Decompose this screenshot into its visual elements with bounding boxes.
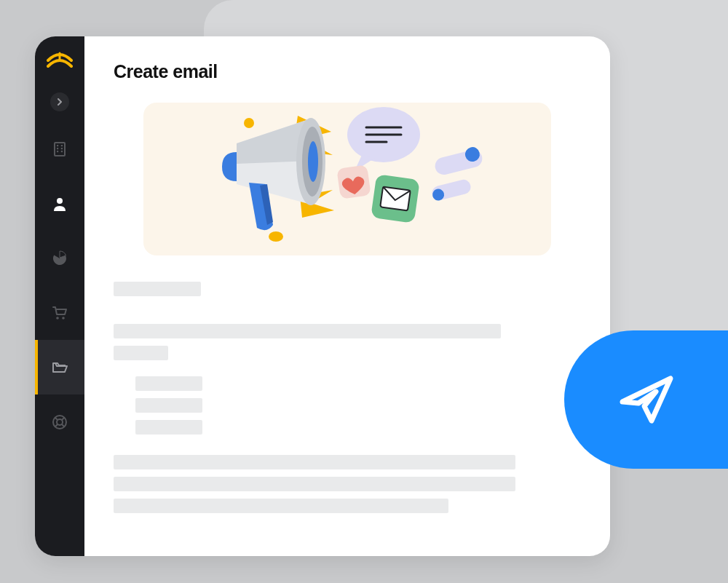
svg-rect-1 xyxy=(55,143,65,156)
placeholder-line xyxy=(114,477,515,491)
svg-rect-2 xyxy=(57,145,58,146)
building-icon xyxy=(51,140,68,158)
svg-rect-5 xyxy=(61,148,63,149)
placeholder-line xyxy=(114,455,515,469)
content-placeholders xyxy=(114,279,581,520)
hero-illustration xyxy=(143,103,551,255)
folder-open-icon xyxy=(51,359,68,376)
sidebar-item-contacts[interactable] xyxy=(35,176,84,231)
logo-icon xyxy=(47,52,73,71)
sidebar-item-commerce[interactable] xyxy=(35,285,84,340)
lifebuoy-icon xyxy=(52,414,68,430)
svg-rect-6 xyxy=(57,151,58,152)
cart-icon xyxy=(51,304,68,322)
svg-line-15 xyxy=(55,424,58,427)
svg-rect-28 xyxy=(380,186,411,210)
app-window: Create email xyxy=(35,36,610,556)
sidebar xyxy=(35,36,84,556)
heart-card-icon xyxy=(336,164,371,199)
paper-plane-icon xyxy=(614,367,679,432)
envelope-card-icon xyxy=(371,174,420,223)
svg-line-13 xyxy=(55,417,58,420)
sidebar-item-reports[interactable] xyxy=(35,231,84,285)
svg-point-8 xyxy=(57,198,63,204)
sidebar-item-files[interactable] xyxy=(35,340,84,394)
placeholder-line xyxy=(135,376,202,391)
app-logo[interactable] xyxy=(47,51,73,71)
svg-rect-4 xyxy=(57,148,58,149)
svg-line-16 xyxy=(62,424,65,427)
svg-rect-7 xyxy=(61,151,63,152)
pie-chart-icon xyxy=(52,250,68,266)
send-button[interactable] xyxy=(564,330,728,469)
speech-bubble-icon xyxy=(347,107,420,171)
person-icon xyxy=(52,196,68,212)
chevron-right-icon xyxy=(56,98,63,106)
svg-line-14 xyxy=(62,417,65,420)
placeholder-line xyxy=(114,346,168,360)
page-title: Create email xyxy=(114,61,581,82)
placeholder-line xyxy=(114,282,201,296)
svg-rect-3 xyxy=(61,145,63,146)
svg-point-17 xyxy=(244,118,254,128)
svg-point-10 xyxy=(62,317,65,320)
placeholder-line xyxy=(135,398,202,413)
sidebar-item-help[interactable] xyxy=(35,394,84,449)
svg-point-12 xyxy=(57,419,63,425)
svg-point-21 xyxy=(308,141,318,182)
svg-point-9 xyxy=(56,317,59,320)
placeholder-line xyxy=(114,499,448,513)
main-content: Create email xyxy=(84,36,610,556)
placeholder-line xyxy=(135,420,202,435)
sidebar-item-company[interactable] xyxy=(35,122,84,176)
placeholder-line xyxy=(114,324,501,338)
sidebar-expand-button[interactable] xyxy=(35,82,84,122)
svg-point-18 xyxy=(269,231,283,242)
toggles-icon xyxy=(430,146,484,202)
